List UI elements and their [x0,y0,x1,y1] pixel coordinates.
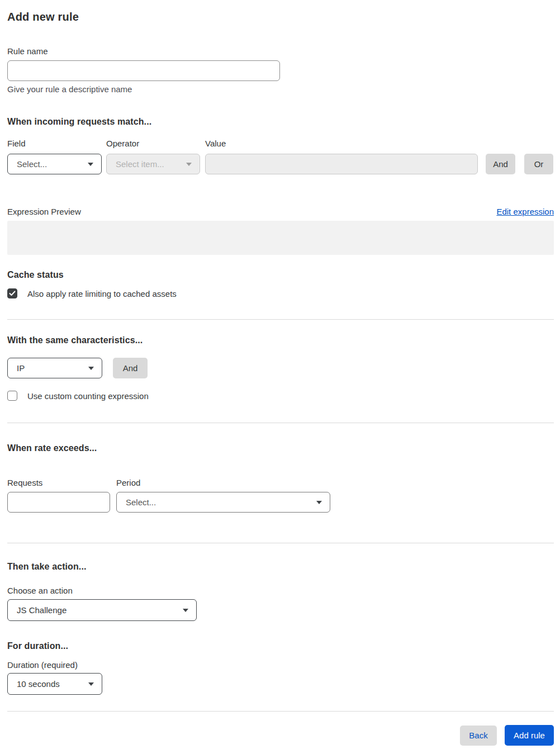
period-select-placeholder: Select... [126,497,156,507]
duration-select[interactable]: 10 seconds [7,673,102,695]
edit-expression-link[interactable]: Edit expression [496,207,554,216]
value-input [205,154,478,174]
field-label: Field [7,139,106,148]
add-rule-form: Add new rule Rule name Give your rule a … [7,0,554,746]
characteristic-select[interactable]: IP [7,358,102,378]
expression-preview-box [7,221,554,255]
section-divider [7,423,554,423]
add-rule-button[interactable]: Add rule [505,725,554,746]
custom-counting-expression-label: Use custom counting expression [27,391,149,401]
action-select[interactable]: JS Challenge [7,599,197,621]
and-button[interactable]: And [486,154,515,174]
check-icon [9,291,16,296]
rate-heading: When rate exceeds... [7,443,554,453]
duration-heading: For duration... [7,641,554,651]
choose-action-label: Choose an action [7,586,554,595]
cached-assets-checkbox-label: Also apply rate limiting to cached asset… [27,289,177,298]
chevron-down-icon [183,609,188,612]
cache-status-heading: Cache status [7,270,554,280]
operator-label: Operator [106,139,205,148]
period-select[interactable]: Select... [116,492,330,513]
characteristic-and-button[interactable]: And [113,358,148,378]
characteristic-select-value: IP [17,363,25,373]
section-divider [7,543,554,543]
value-label: Value [205,139,226,148]
chevron-down-icon [88,682,94,686]
section-divider [7,319,554,320]
chevron-down-icon [88,367,94,370]
period-label: Period [116,478,140,487]
chevron-down-icon [88,163,93,166]
footer-divider [7,711,554,712]
rule-name-label: Rule name [7,46,554,56]
operator-select-placeholder: Select item... [116,159,164,169]
custom-counting-expression-checkbox[interactable] [7,391,17,401]
requests-input[interactable] [7,492,110,513]
rule-name-input[interactable] [7,60,280,81]
action-heading: Then take action... [7,562,554,572]
cached-assets-checkbox[interactable] [7,288,17,298]
rule-name-helper: Give your rule a descriptive name [7,84,554,94]
characteristics-heading: With the same characteristics... [7,335,554,345]
requests-label: Requests [7,478,116,487]
back-button[interactable]: Back [460,726,497,746]
field-select[interactable]: Select... [7,154,102,174]
operator-select: Select item... [106,154,200,174]
match-section-heading: When incoming requests match... [7,117,554,127]
or-button[interactable]: Or [524,154,553,174]
field-select-placeholder: Select... [17,159,47,169]
chevron-down-icon [316,501,322,504]
expression-preview-label: Expression Preview [7,207,81,216]
page-title: Add new rule [7,0,554,23]
chevron-down-icon [186,163,192,166]
duration-select-value: 10 seconds [17,679,60,689]
action-select-value: JS Challenge [17,605,67,615]
duration-label: Duration (required) [7,660,554,670]
